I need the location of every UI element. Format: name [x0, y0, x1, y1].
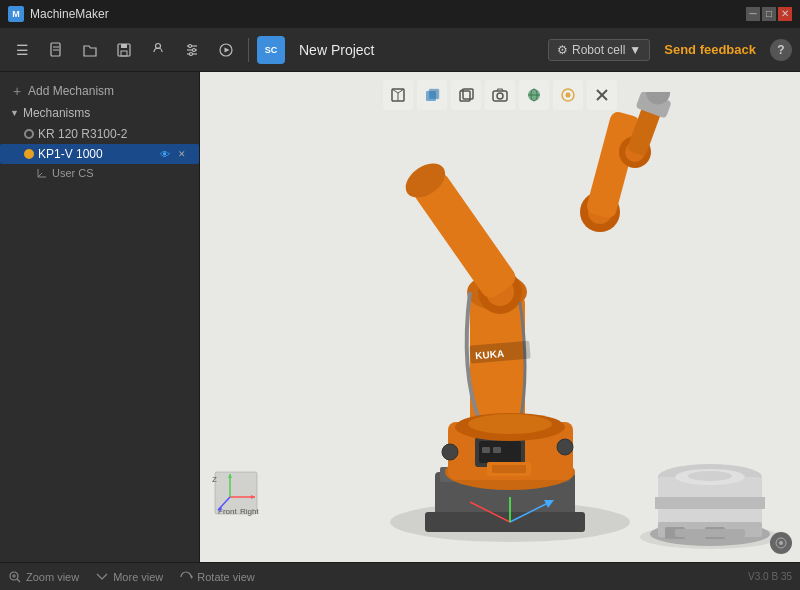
zoom-view-label: Zoom view: [26, 571, 79, 583]
robot-cell-icon: ⚙: [557, 43, 568, 57]
camera-orbit-button[interactable]: [770, 532, 792, 554]
camera-view-button[interactable]: [485, 80, 515, 110]
svg-rect-61: [482, 447, 490, 453]
svg-point-28: [497, 93, 503, 99]
save-button[interactable]: [110, 36, 138, 64]
svg-rect-4: [121, 44, 127, 48]
maximize-button[interactable]: □: [762, 7, 776, 21]
titlebar-left: M MachineMaker: [8, 6, 109, 22]
solid-view-button[interactable]: [417, 80, 447, 110]
sphere-view-button[interactable]: [519, 80, 549, 110]
svg-rect-5: [121, 51, 127, 56]
toolbar: SC New Project ⚙ Robot cell ▼ Send feedb…: [0, 28, 800, 72]
main-layout: + Add Mechanism ▼ Mechanisms KR 120 R310…: [0, 72, 800, 562]
robot-svg: KUKA: [280, 92, 800, 562]
triangle-icon: ▼: [10, 108, 19, 118]
sidebar-item-kr120[interactable]: KR 120 R3100-2: [0, 124, 199, 144]
svg-point-63: [442, 444, 458, 460]
more-view-label: More view: [113, 571, 163, 583]
coordinate-system-icon: [36, 167, 48, 179]
svg-marker-98: [191, 575, 193, 579]
titlebar-controls: ─ □ ✕: [746, 7, 792, 21]
svg-marker-14: [225, 47, 230, 52]
robot-scene: KUKA: [200, 72, 800, 562]
svg-point-93: [779, 541, 783, 545]
svg-point-11: [193, 48, 196, 51]
app-icon: M: [8, 6, 24, 22]
toolbar-separator: [248, 38, 249, 62]
svg-rect-39: [425, 512, 585, 532]
settings-sliders-icon[interactable]: [178, 36, 206, 64]
wireframe-view-button[interactable]: [383, 80, 413, 110]
add-mechanism-button[interactable]: + Add Mechanism: [0, 80, 199, 102]
svg-rect-79: [675, 529, 745, 537]
rotate-view-label: Rotate view: [197, 571, 254, 583]
send-feedback-button[interactable]: Send feedback: [658, 38, 762, 61]
viewport[interactable]: KUKA: [200, 72, 800, 562]
edge-view-button[interactable]: [451, 80, 481, 110]
axis-indicator: Front Right Z: [210, 462, 270, 522]
camera-indicator: [770, 532, 792, 554]
project-title: New Project: [299, 42, 542, 58]
svg-point-81: [688, 471, 732, 481]
sidebar-item-kp1v1000[interactable]: KP1-V 1000 👁 ✕: [0, 144, 199, 164]
svg-point-64: [557, 439, 573, 455]
sidebar-item-usercs[interactable]: User CS: [0, 164, 199, 182]
close-button[interactable]: ✕: [778, 7, 792, 21]
dot-circle-view-button[interactable]: [553, 80, 583, 110]
robot-icon[interactable]: [144, 36, 172, 64]
svg-rect-62: [493, 447, 501, 453]
svg-line-95: [17, 579, 20, 582]
viewport-toolbar: [383, 80, 617, 110]
rotate-view-button[interactable]: Rotate view: [179, 570, 254, 584]
svg-point-12: [190, 52, 193, 55]
svg-point-68: [468, 414, 552, 434]
svg-point-33: [566, 93, 571, 98]
mechanisms-label: Mechanisms: [23, 106, 90, 120]
mechanisms-section-header[interactable]: ▼ Mechanisms: [0, 102, 199, 124]
sidebar: + Add Mechanism ▼ Mechanisms KR 120 R310…: [0, 72, 200, 562]
kuka-badge: SC: [257, 36, 285, 64]
remove-item-button[interactable]: ✕: [175, 147, 189, 161]
cross-view-button[interactable]: [587, 80, 617, 110]
svg-rect-74: [655, 497, 765, 509]
sidebar-item-kp1v1000-label: KP1-V 1000: [38, 147, 103, 161]
play-button[interactable]: [212, 36, 240, 64]
menu-icon[interactable]: [8, 36, 36, 64]
add-mechanism-label: Add Mechanism: [28, 84, 114, 98]
titlebar: M MachineMaker ─ □ ✕: [0, 0, 800, 28]
plus-icon: +: [10, 84, 24, 98]
more-view-button[interactable]: More view: [95, 570, 163, 584]
svg-point-10: [189, 44, 192, 47]
version-info: V3.0 B 35: [748, 571, 792, 582]
visibility-toggle-button[interactable]: 👁: [158, 147, 172, 161]
svg-rect-66: [492, 465, 526, 473]
robot-cell-label: Robot cell: [572, 43, 625, 57]
zoom-view-button[interactable]: Zoom view: [8, 570, 79, 584]
svg-text:Right: Right: [240, 507, 259, 516]
minimize-button[interactable]: ─: [746, 7, 760, 21]
robot-cell-dropdown[interactable]: ⚙ Robot cell ▼: [548, 39, 650, 61]
svg-text:Z: Z: [212, 475, 217, 484]
svg-rect-23: [429, 89, 439, 99]
dropdown-arrow-icon: ▼: [629, 43, 641, 57]
open-file-button[interactable]: [76, 36, 104, 64]
sidebar-item-kr120-label: KR 120 R3100-2: [38, 127, 127, 141]
version-label: V3.0 B 35: [748, 571, 792, 582]
item-active-indicator: [24, 149, 34, 159]
new-file-button[interactable]: [42, 36, 70, 64]
sidebar-item-usercs-label: User CS: [52, 167, 94, 179]
svg-line-17: [38, 173, 42, 177]
bottombar: Zoom view More view Rotate view V3.0 B 3…: [0, 562, 800, 590]
item-action-icons: 👁 ✕: [158, 147, 189, 161]
item-indicator: [24, 129, 34, 139]
toolbar-right: ⚙ Robot cell ▼ Send feedback ?: [548, 38, 792, 61]
app-title: MachineMaker: [30, 7, 109, 21]
help-button[interactable]: ?: [770, 39, 792, 61]
